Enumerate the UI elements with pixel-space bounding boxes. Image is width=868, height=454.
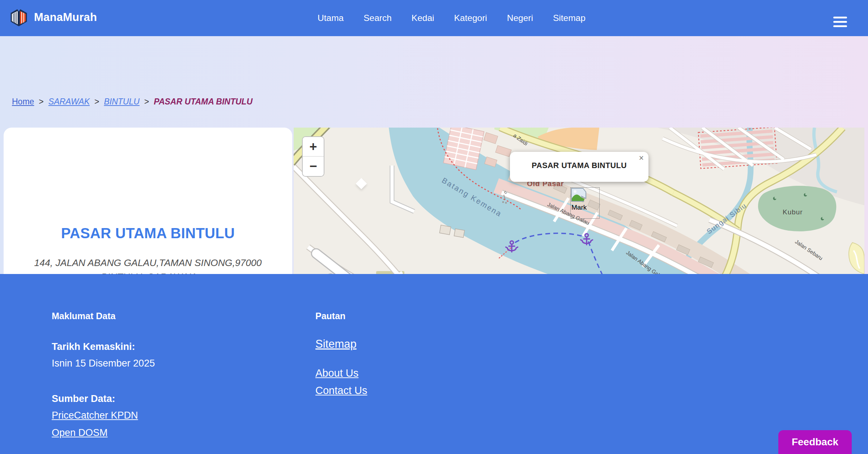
feedback-button[interactable]: Feedback [778, 430, 852, 454]
breadcrumb-separator: > [94, 97, 99, 107]
popup-close-icon[interactable]: × [639, 154, 644, 162]
brand-logo-home-link[interactable]: ManaMurah [9, 6, 97, 29]
footer-heading-maklumat-data: Maklumat Data [52, 311, 115, 321]
manamurah-logo-icon [9, 6, 29, 29]
breadcrumb-separator: > [144, 97, 149, 107]
zoom-in-button[interactable]: + [303, 137, 324, 157]
nav-kategori[interactable]: Kategori [454, 13, 487, 23]
footer: Maklumat Data Tarikh Kemaskini: Isnin 15… [0, 274, 868, 454]
nav-utama[interactable]: Utama [318, 13, 344, 23]
nav-sitemap[interactable]: Sitemap [553, 13, 586, 23]
address-line1: 144, JALAN ABANG GALAU,TAMAN SINONG,9700… [34, 257, 262, 268]
footer-link-pricecatcher[interactable]: PriceCatcher KPDN [52, 410, 138, 421]
top-navbar: ManaMurah Utama Search Kedai Kategori Ne… [0, 0, 868, 36]
footer-link-contact-us[interactable]: Contact Us [315, 385, 367, 397]
map-marker[interactable]: Mark [570, 187, 600, 219]
footer-heading-pautan: Pautan [315, 311, 345, 321]
footer-link-about-us[interactable]: About Us [315, 367, 358, 379]
footer-link-opendosm[interactable]: Open DOSM [52, 427, 108, 438]
footer-link-sitemap[interactable]: Sitemap [315, 338, 357, 351]
main-nav: Utama Search Kedai Kategori Negeri Sitem… [318, 0, 586, 36]
marker-alt-text: Mark [571, 204, 599, 211]
breadcrumb-district[interactable]: BINTULU [104, 97, 139, 107]
breadcrumb-state[interactable]: SARAWAK [48, 97, 90, 107]
zoom-out-button[interactable]: − [303, 157, 324, 176]
map-zoom-control: + − [302, 136, 324, 177]
hamburger-menu-icon[interactable] [833, 17, 847, 30]
place-title: PASAR UTAMA BINTULU [4, 225, 292, 241]
breadcrumb: Home > SARAWAK > BINTULU > PASAR UTAMA B… [12, 97, 252, 107]
footer-updated-value: Isnin 15 Disember 2025 [52, 358, 155, 369]
popup-title: PASAR UTAMA BINTULU [510, 161, 648, 170]
map-popup: PASAR UTAMA BINTULU × [510, 152, 648, 182]
footer-source-label: Sumber Data: [52, 393, 115, 404]
breadcrumb-home[interactable]: Home [12, 97, 34, 107]
breadcrumb-current-page: PASAR UTAMA BINTULU [154, 97, 252, 107]
nav-negeri[interactable]: Negeri [507, 13, 533, 23]
nav-kedai[interactable]: Kedai [412, 13, 434, 23]
place-label-kubur: Kubur [783, 208, 803, 216]
broken-image-icon [571, 188, 587, 202]
nav-search[interactable]: Search [363, 13, 392, 23]
page: ManaMurah Utama Search Kedai Kategori Ne… [0, 0, 868, 454]
brand-name: ManaMurah [34, 11, 97, 24]
breadcrumb-separator: > [39, 97, 43, 107]
footer-updated-label: Tarikh Kemaskini: [52, 341, 135, 352]
content-background: Home > SARAWAK > BINTULU > PASAR UTAMA B… [0, 36, 868, 274]
